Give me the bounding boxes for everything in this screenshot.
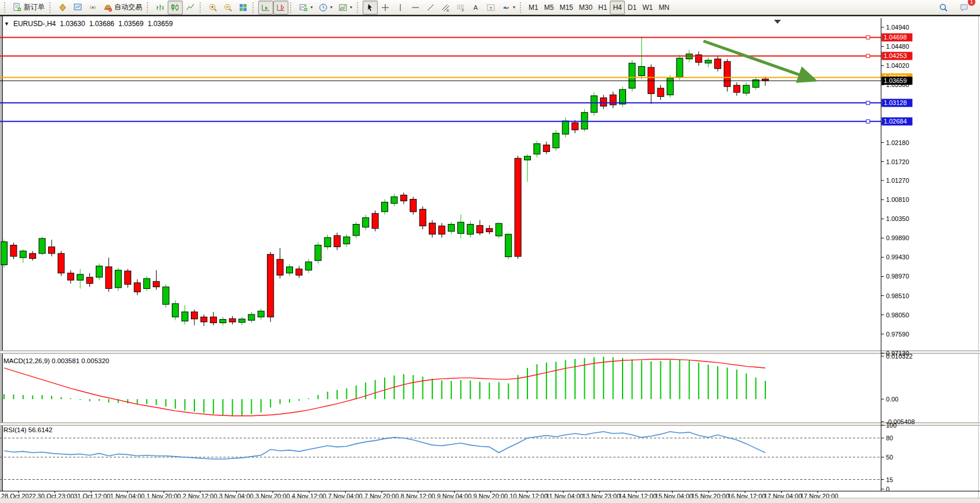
price-tick-label: 1.00810 [886,196,909,203]
crosshair-button[interactable] [378,1,393,15]
candle [724,61,731,86]
line-chart-button[interactable] [183,1,198,15]
tf-w1-button[interactable]: W1 [639,1,656,15]
chart-shift-marker[interactable] [774,20,781,24]
tf-h4-button[interactable]: H4 [610,1,624,15]
rsi-pane [0,432,881,480]
fibonacci-button[interactable]: F [453,1,468,15]
zoom-in-button[interactable] [205,1,220,15]
new-chart-button[interactable]: ▾ [296,1,316,15]
ohlc-open: 1.03630 [60,20,85,28]
tf-h1-label: H1 [598,3,607,12]
candle [239,319,245,323]
auto-scroll-icon [261,3,270,12]
tile-windows-button[interactable] [236,1,251,15]
chart-shift-icon [276,3,285,12]
tf-mn-button[interactable]: MN [656,1,672,15]
horizontal-line-button[interactable] [408,1,423,15]
candle [134,283,140,292]
trendline-button[interactable] [423,1,438,15]
candle [1,242,8,265]
metaeditor-button[interactable] [55,1,70,15]
rsi-tick-label: 80 [886,435,893,442]
bars-chart-button[interactable] [153,1,168,15]
candle [144,278,150,288]
candle [334,236,341,247]
level-marker[interactable] [866,101,870,104]
chart-candles-icon [171,3,180,12]
tf-m30-label: M30 [579,3,592,12]
tf-m5-button[interactable]: M5 [541,1,557,15]
tf-m30-button[interactable]: M30 [576,1,595,15]
candle [553,133,559,148]
candle [543,145,549,152]
levels-layer[interactable] [0,35,881,123]
templates-button[interactable]: ▾ [335,1,355,15]
chart-symbol-period: EURUSD-,H4 [13,20,56,28]
candle [477,226,483,233]
candlestick-chart-button[interactable] [168,1,183,15]
candle [505,234,512,257]
price-axis[interactable]: 1.049401.044801.040201.035601.031001.026… [881,18,915,493]
candle [353,225,359,236]
collapse-indicator-icon[interactable]: ▼ [4,21,9,27]
template-icon [338,3,348,12]
candle [106,267,112,288]
candle [258,311,264,317]
auto-scroll-button[interactable] [258,1,273,15]
price-tick-label: 0.99890 [886,234,909,241]
tf-d1-label: D1 [628,3,637,12]
svg-text:F: F [462,9,464,12]
tf-m15-label: M15 [559,3,573,12]
level-marker[interactable] [866,54,870,57]
equidistant-channel-button[interactable]: E [438,1,453,15]
candles-layer [1,37,769,326]
price-tag-text: 1.04698 [884,34,907,41]
vertical-line-button[interactable] [393,1,408,15]
autotrading-button[interactable]: 自动交易 [100,1,145,15]
candle [657,88,664,96]
arrows-dropdown-arrow[interactable]: ▾ [513,5,515,10]
tf-m1-button[interactable]: M1 [526,1,541,15]
candle [562,121,569,134]
notification-badge[interactable]: 1 [967,0,976,6]
crosshair-icon [381,3,390,12]
cursor-button[interactable] [363,1,378,15]
level-marker[interactable] [866,35,870,39]
text-label-button[interactable]: T [483,1,498,15]
rsi-indicator-label: RSI(14) 56.6142 [3,426,52,433]
tf-m15-button[interactable]: M15 [556,1,576,15]
candle [743,85,750,93]
text-button[interactable]: A [468,1,483,15]
candle [525,156,531,160]
tf-mn-label: MN [659,3,670,12]
price-tick-label: 1.04940 [886,24,909,31]
chart-shift-button[interactable] [273,1,288,15]
level-marker[interactable] [866,120,870,123]
chart-window-tool-button[interactable] [70,1,85,15]
arrows-button[interactable]: ▾ [498,1,518,15]
chart-window[interactable]: 1.049401.044801.040201.035601.031001.026… [0,15,980,503]
price-tick-label: 0.98970 [886,273,909,280]
hline-icon [411,3,420,12]
rsi-line [4,432,765,459]
templates-dropdown-arrow[interactable]: ▾ [350,5,352,10]
zoom-out-button[interactable] [220,1,236,15]
macd-tick-label: 0.010322 [886,353,913,360]
candle [153,281,160,287]
search-button[interactable] [936,1,951,15]
ohlc-low: 1.03569 [118,20,143,28]
candle [581,113,588,129]
tf-d1-button[interactable]: D1 [625,1,639,15]
new-chart-dropdown-arrow[interactable]: ▾ [310,5,313,10]
candle [248,314,255,320]
tf-h1-button[interactable]: H1 [595,1,610,15]
new-order-button[interactable]: 新订单 [10,1,48,15]
periods-button[interactable]: ▾ [316,1,335,15]
zoom-out-icon [223,3,233,12]
periods-dropdown-arrow[interactable]: ▾ [330,5,332,10]
zoom-in-icon [208,3,218,12]
candle [125,271,131,284]
signals-button[interactable] [85,1,100,15]
chart-canvas[interactable]: 1.049401.044801.040201.035601.031001.026… [0,16,980,503]
